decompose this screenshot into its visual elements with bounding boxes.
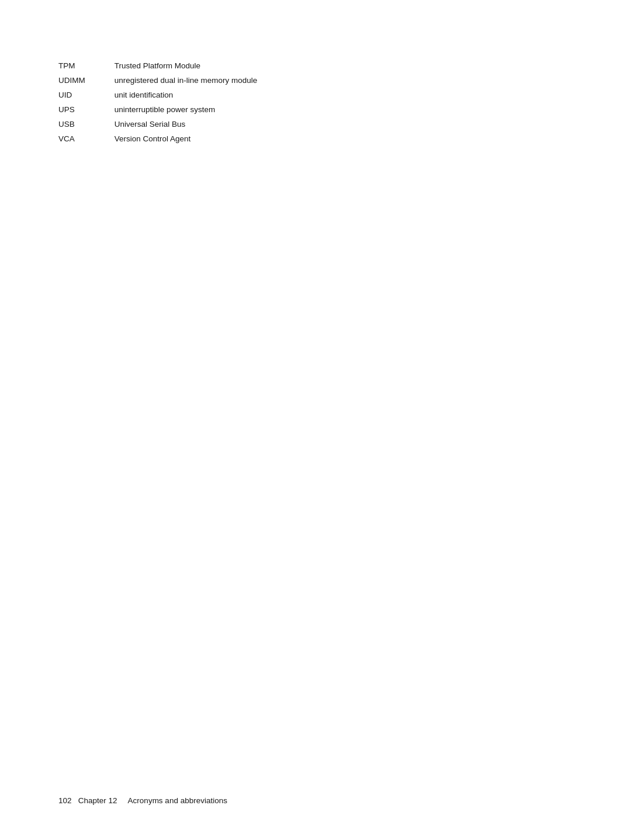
table-row: UDIMMunregistered dual in-line memory mo… xyxy=(58,73,257,88)
acronym-term: USB xyxy=(58,117,115,131)
acronym-term: UPS xyxy=(58,102,115,117)
acronym-term: UID xyxy=(58,88,115,102)
acronym-definition: unregistered dual in-line memory module xyxy=(115,73,258,88)
table-row: USBUniversal Serial Bus xyxy=(58,117,257,131)
acronym-definition: uninterruptible power system xyxy=(115,102,258,117)
table-row: VCAVersion Control Agent xyxy=(58,131,257,146)
footer-section: Acronyms and abbreviations xyxy=(128,796,227,805)
acronym-definition: Trusted Platform Module xyxy=(115,58,258,73)
page-content: TPMTrusted Platform ModuleUDIMMunregiste… xyxy=(58,58,573,146)
acronym-definition: Version Control Agent xyxy=(115,131,258,146)
acronym-definition: unit identification xyxy=(115,88,258,102)
footer-text: 102 Chapter 12 Acronyms and abbreviation… xyxy=(58,796,227,805)
footer-page-number: 102 xyxy=(58,796,72,805)
table-row: UIDunit identification xyxy=(58,88,257,102)
footer-chapter: Chapter 12 xyxy=(78,796,117,805)
acronym-term: VCA xyxy=(58,131,115,146)
acronym-term: TPM xyxy=(58,58,115,73)
acronym-table: TPMTrusted Platform ModuleUDIMMunregiste… xyxy=(58,58,257,146)
acronym-definition: Universal Serial Bus xyxy=(115,117,258,131)
table-row: UPSuninterruptible power system xyxy=(58,102,257,117)
table-row: TPMTrusted Platform Module xyxy=(58,58,257,73)
acronym-term: UDIMM xyxy=(58,73,115,88)
page-footer: 102 Chapter 12 Acronyms and abbreviation… xyxy=(58,796,573,805)
